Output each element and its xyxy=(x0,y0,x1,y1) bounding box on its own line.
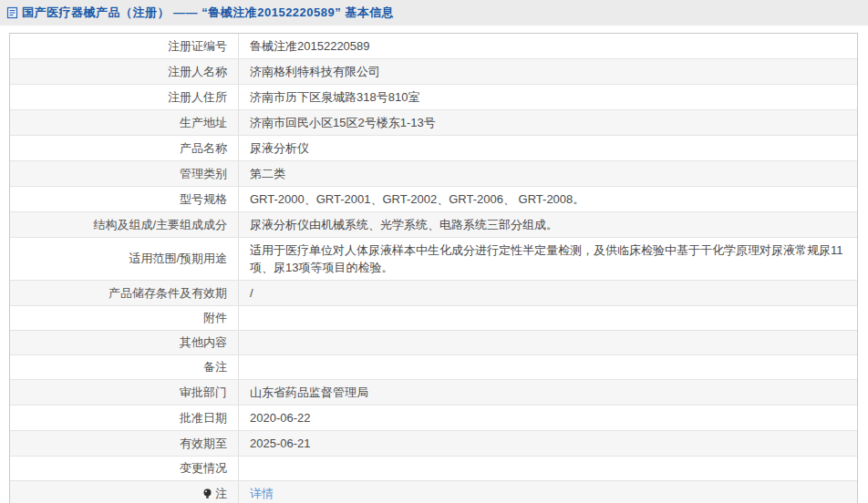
row-label: 注册证编号 xyxy=(10,34,239,58)
table-row-storage-conditions: 产品储存条件及有效期 / xyxy=(10,280,857,305)
row-value: 山东省药品监督管理局 xyxy=(239,380,857,405)
row-value xyxy=(239,331,857,354)
row-value: GRT-2000、GRT-2001、GRT-2002、GRT-2006、 GRT… xyxy=(239,187,857,211)
registration-info-table: 注册证编号 鲁械注准20152220589 注册人名称 济南格利特科技有限公司 … xyxy=(9,33,858,503)
row-label: 产品储存条件及有效期 xyxy=(10,281,239,305)
table-row-other-content: 其他内容 xyxy=(10,330,857,354)
page-header: 国产医疗器械产品（注册） —— “鲁械注准20152220589” 基本信息 xyxy=(0,0,868,26)
row-label: 有效期至 xyxy=(10,431,239,456)
row-label: 其他内容 xyxy=(10,331,239,354)
table-row-structure-composition: 结构及组成/主要组成成分 尿液分析仪由机械系统、光学系统、电路系统三部分组成。 xyxy=(10,211,857,237)
table-row-valid-until: 有效期至 2025-06-21 xyxy=(10,430,857,456)
row-value-text: 适用于医疗单位对人体尿液样本中生化成分进行定性半定量检测，及供临床检验中基于干化… xyxy=(250,241,844,276)
document-icon xyxy=(6,6,18,19)
row-label: 生产地址 xyxy=(10,110,239,135)
row-label: 注 xyxy=(10,481,239,503)
table-row-model-spec: 型号规格 GRT-2000、GRT-2001、GRT-2002、GRT-2006… xyxy=(10,186,857,211)
table-row-approval-department: 审批部门 山东省药品监督管理局 xyxy=(10,379,857,405)
row-label-text: 注 xyxy=(215,486,227,502)
row-label: 备注 xyxy=(10,355,239,379)
row-value: 尿液分析仪 xyxy=(239,136,857,160)
row-label: 审批部门 xyxy=(10,380,239,405)
table-row-registration-number: 注册证编号 鲁械注准20152220589 xyxy=(10,34,857,58)
row-value: / xyxy=(239,281,857,305)
row-label: 注册人名称 xyxy=(10,59,239,84)
table-row-approval-date: 批准日期 2020-06-22 xyxy=(10,405,857,430)
table-row-attachments: 附件 xyxy=(10,305,857,330)
table-row-intended-use: 适用范围/预期用途 适用于医疗单位对人体尿液样本中生化成分进行定性半定量检测，及… xyxy=(10,237,857,280)
row-value: 适用于医疗单位对人体尿液样本中生化成分进行定性半定量检测，及供临床检验中基于干化… xyxy=(239,238,857,280)
row-label: 型号规格 xyxy=(10,187,239,211)
page-title: 国产医疗器械产品（注册） —— “鲁械注准20152220589” 基本信息 xyxy=(22,5,394,21)
row-label: 批准日期 xyxy=(10,405,239,430)
row-label: 管理类别 xyxy=(10,161,239,186)
row-value: 详情 xyxy=(239,481,857,503)
row-value: 尿液分析仪由机械系统、光学系统、电路系统三部分组成。 xyxy=(239,212,857,237)
table-row-change-status: 变更情况 xyxy=(10,456,857,480)
table-row-remarks: 备注 xyxy=(10,354,857,379)
note-bulb-icon xyxy=(202,488,212,500)
row-value xyxy=(239,355,857,379)
table-row-registrant-name: 注册人名称 济南格利特科技有限公司 xyxy=(10,58,857,84)
table-row-management-class: 管理类别 第二类 xyxy=(10,160,857,186)
row-label: 产品名称 xyxy=(10,136,239,160)
table-row-note: 注 详情 xyxy=(10,480,857,503)
row-value xyxy=(239,457,857,480)
row-value: 济南市历下区泉城路318号810室 xyxy=(239,85,857,109)
row-label: 结构及组成/主要组成成分 xyxy=(10,212,239,237)
row-value: 鲁械注准20152220589 xyxy=(239,34,857,58)
row-label: 附件 xyxy=(10,306,239,330)
row-label: 适用范围/预期用途 xyxy=(10,238,239,280)
row-value: 济南格利特科技有限公司 xyxy=(239,59,857,84)
row-label: 注册人住所 xyxy=(10,85,239,109)
details-link[interactable]: 详情 xyxy=(250,485,274,502)
row-value xyxy=(239,306,857,330)
row-value: 2025-06-21 xyxy=(239,431,857,456)
row-value: 2020-06-22 xyxy=(239,405,857,430)
row-value: 第二类 xyxy=(239,161,857,186)
table-row-registrant-address: 注册人住所 济南市历下区泉城路318号810室 xyxy=(10,84,857,109)
table-row-production-address: 生产地址 济南市回民小区15区2号楼东1-13号 xyxy=(10,109,857,135)
row-value: 济南市回民小区15区2号楼东1-13号 xyxy=(239,110,857,135)
row-label: 变更情况 xyxy=(10,457,239,480)
table-row-product-name: 产品名称 尿液分析仪 xyxy=(10,135,857,160)
